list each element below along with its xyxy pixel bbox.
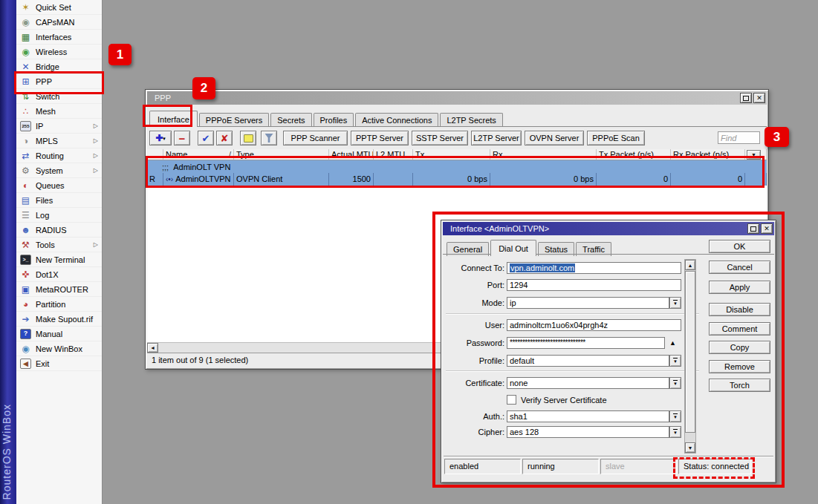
- auth-dropdown-button[interactable]: ▼: [669, 410, 681, 422]
- filter-button[interactable]: [261, 131, 277, 145]
- sidebar-item-ppp[interactable]: ⊞PPP: [16, 74, 102, 89]
- sidebar-item-interfaces[interactable]: ▦Interfaces: [16, 30, 102, 45]
- sidebar-item-metarouter[interactable]: ▣MetaROUTER: [16, 282, 102, 297]
- pppoe-scan-button[interactable]: PPPoE Scan: [587, 131, 645, 145]
- sidebar-item-mpls[interactable]: ◑MPLS▷: [16, 134, 102, 148]
- sidebar-item-capsman[interactable]: ◉CAPsMAN: [16, 15, 102, 30]
- sidebar-item-quick-set[interactable]: ✶Quick Set: [16, 0, 102, 15]
- tab-active-connections[interactable]: Active Connections: [355, 113, 438, 127]
- pptp-server-button[interactable]: PPTP Server: [351, 131, 409, 145]
- tab-secrets[interactable]: Secrets: [270, 113, 311, 127]
- column-header-type[interactable]: Type: [234, 149, 329, 160]
- column-header-name[interactable]: Name/: [163, 149, 234, 160]
- sidebar-item-radius[interactable]: ☻RADIUS: [16, 223, 102, 238]
- sidebar-item-dot1x[interactable]: ✜Dot1X: [16, 267, 102, 282]
- maximize-button[interactable]: [747, 223, 759, 234]
- remove-button[interactable]: −: [174, 131, 190, 145]
- ppp-scanner-button[interactable]: PPP Scanner: [283, 131, 348, 145]
- table-row[interactable]: R ‹•›AdminOLTVPN OVPN Client 1500 0 bps …: [147, 173, 767, 186]
- partition-icon: ◕: [20, 299, 31, 310]
- switch-icon: ⇅: [20, 91, 31, 102]
- scroll-down-button[interactable]: ▼: [685, 442, 695, 453]
- dialog-titlebar[interactable]: Interface <AdminOLTVPN> ✕: [443, 222, 774, 235]
- sidebar-item-new-winbox[interactable]: ◉New WinBox: [16, 341, 102, 356]
- column-header-tx[interactable]: Tx: [413, 149, 490, 160]
- ovpn-server-button[interactable]: OVPN Server: [525, 131, 584, 145]
- sidebar-item-mesh[interactable]: ∴Mesh: [16, 104, 102, 119]
- table-row-comment[interactable]: ;;; AdminOLT VPN: [147, 160, 767, 173]
- certificate-dropdown-button[interactable]: ▼: [669, 377, 681, 389]
- disable-button[interactable]: ✘: [216, 131, 233, 145]
- password-reveal-button[interactable]: ▲: [669, 339, 676, 347]
- profile-select[interactable]: default: [507, 355, 669, 367]
- tab-profiles[interactable]: Profiles: [314, 113, 354, 127]
- find-input[interactable]: [718, 131, 760, 144]
- copy-button[interactable]: Copy: [709, 341, 770, 354]
- tab-dial-out[interactable]: Dial Out: [490, 240, 536, 256]
- connect-to-field[interactable]: vpn.adminolt.com: [507, 262, 681, 274]
- column-header-tx-packet[interactable]: Tx Packet (p/s): [597, 149, 671, 160]
- sidebar-item-new-terminal[interactable]: ˃_New Terminal: [16, 252, 102, 267]
- apply-button[interactable]: Apply: [709, 281, 770, 294]
- password-field[interactable]: ******************************: [507, 337, 665, 349]
- sidebar-item-label: CAPsMAN: [36, 18, 75, 27]
- add-button[interactable]: ✚▾: [149, 131, 172, 145]
- sidebar-item-make-supout[interactable]: ➔Make Supout.rif: [16, 312, 102, 327]
- profile-dropdown-button[interactable]: ▼: [669, 355, 681, 367]
- sidebar-item-switch[interactable]: ⇅Switch: [16, 89, 102, 104]
- enable-button[interactable]: ✔: [198, 131, 214, 145]
- scroll-up-button[interactable]: ▲: [685, 260, 695, 270]
- user-field[interactable]: adminoltcm1uo6x04prgh4z: [507, 319, 681, 331]
- certificate-select[interactable]: none: [507, 377, 669, 389]
- sidebar-item-queues[interactable]: ◐Queues: [16, 178, 102, 193]
- comment-prefix: ;;;: [162, 163, 169, 171]
- sstp-server-button[interactable]: SSTP Server: [412, 131, 468, 145]
- sidebar-item-files[interactable]: ▤Files: [16, 193, 102, 208]
- auth-select[interactable]: sha1: [507, 410, 669, 422]
- ip-icon: 255: [20, 121, 31, 131]
- sidebar-item-tools[interactable]: ⚒Tools▷: [16, 238, 102, 252]
- close-button[interactable]: ✕: [753, 93, 765, 103]
- close-button[interactable]: ✕: [761, 223, 773, 234]
- column-header-rx[interactable]: Rx: [490, 149, 597, 160]
- disable-button[interactable]: Disable: [709, 303, 770, 316]
- sidebar-item-partition[interactable]: ◕Partition: [16, 297, 102, 312]
- sidebar-item-manual[interactable]: ?Manual: [16, 327, 102, 341]
- cipher-dropdown-button[interactable]: ▼: [669, 426, 681, 438]
- sidebar-item-wireless[interactable]: ◉Wireless: [16, 45, 102, 59]
- comment-button[interactable]: Comment: [709, 322, 770, 336]
- cipher-select[interactable]: aes 128: [507, 426, 669, 438]
- ppp-window-titlebar[interactable]: PPP ✕: [147, 91, 767, 105]
- sidebar-item-system[interactable]: ⚙System▷: [16, 163, 102, 178]
- mode-dropdown-button[interactable]: ▼: [669, 297, 681, 309]
- remove-button[interactable]: Remove: [709, 360, 770, 373]
- sidebar-item-bridge[interactable]: ✕Bridge: [16, 59, 102, 74]
- scroll-left-button[interactable]: ◄: [147, 343, 158, 353]
- mode-select[interactable]: ip: [507, 297, 669, 309]
- dropdown-icon: ▼: [673, 429, 678, 435]
- sidebar-item-exit[interactable]: ◄Exit: [16, 356, 102, 371]
- tab-l2tp-secrets[interactable]: L2TP Secrets: [440, 113, 502, 127]
- verify-server-certificate-checkbox[interactable]: [507, 395, 516, 405]
- torch-button[interactable]: Torch: [709, 379, 770, 392]
- port-field[interactable]: 1294: [507, 279, 681, 291]
- flag-column-header[interactable]: [147, 149, 163, 160]
- sidebar-item-routing[interactable]: ⇄Routing▷: [16, 148, 102, 163]
- vertical-scrollbar[interactable]: ▲ ▼: [684, 259, 696, 454]
- l2tp-server-button[interactable]: L2TP Server: [471, 131, 522, 145]
- ok-button[interactable]: OK: [709, 240, 770, 253]
- scrollbar-thumb[interactable]: [685, 271, 695, 433]
- column-select-button[interactable]: ▼: [747, 150, 761, 160]
- comment-button[interactable]: [240, 131, 256, 145]
- dot1x-icon: ✜: [20, 269, 31, 280]
- maximize-button[interactable]: [740, 93, 752, 103]
- desktop: RouterOS WinBox ✶Quick Set ◉CAPsMAN ▦Int…: [0, 0, 818, 504]
- column-header-actual-mtu[interactable]: Actual MTU: [329, 149, 374, 160]
- tab-pppoe-servers[interactable]: PPPoE Servers: [199, 113, 269, 127]
- cancel-button[interactable]: Cancel: [709, 261, 770, 274]
- tab-interface[interactable]: Interface: [149, 111, 198, 127]
- column-header-rx-packet[interactable]: Rx Packet (p/s): [671, 149, 745, 160]
- sidebar-item-ip[interactable]: 255IP▷: [16, 119, 102, 134]
- column-header-l2-mtu[interactable]: L2 MTU: [374, 149, 413, 160]
- sidebar-item-log[interactable]: ☰Log: [16, 208, 102, 223]
